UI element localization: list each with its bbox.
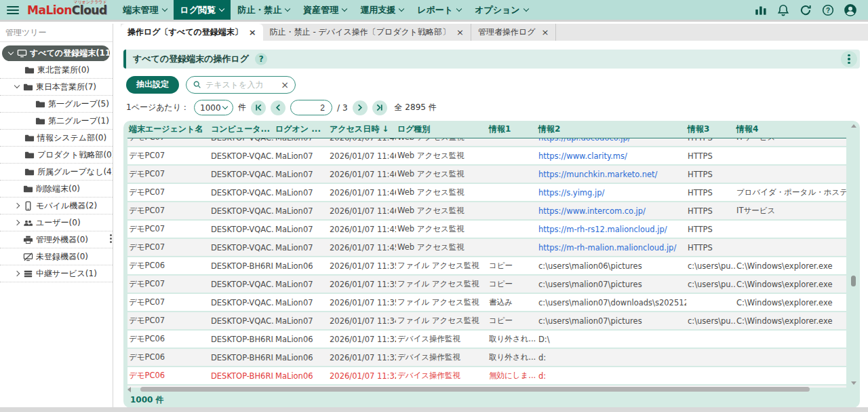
column-header[interactable]: 情報3	[686, 124, 735, 135]
first-page-button[interactable]	[251, 100, 266, 115]
nav-item[interactable]: 防止・禁止	[231, 0, 296, 20]
scroll-down-icon[interactable]	[851, 381, 856, 385]
tab[interactable]: 管理者操作ログ×	[471, 24, 556, 41]
chevron-down-icon[interactable]	[6, 52, 16, 56]
close-icon[interactable]: ×	[456, 28, 464, 37]
tree-item[interactable]: 東北営業所(0)	[0, 62, 113, 79]
close-icon[interactable]: ×	[542, 28, 549, 37]
stats-button[interactable]	[753, 2, 769, 18]
panel-menu-button[interactable]	[841, 51, 857, 67]
log-link[interactable]: https://m-rh-rs12.malioncloud.jp/	[537, 225, 686, 234]
cell-info2: c:\users\malion07\pictures	[537, 280, 686, 289]
column-header[interactable]: ログオン ...	[274, 124, 328, 135]
next-page-button[interactable]	[353, 100, 368, 115]
column-header[interactable]: 情報4	[735, 124, 846, 135]
chevron-right-icon[interactable]	[12, 221, 22, 225]
column-header[interactable]: 情報1	[488, 124, 537, 135]
tree-item[interactable]: ユーザー(0)	[0, 214, 113, 231]
tab[interactable]: 防止・禁止 - デバイス操作〔プロダクト戦略部〕×	[263, 24, 471, 41]
per-page-label: 1ページあたり：	[126, 102, 189, 113]
tree-item[interactable]: 第一グループ(5)	[0, 96, 113, 113]
nav-item[interactable]: ログ閲覧	[174, 0, 231, 20]
table-row[interactable]: デモPC06DESKTOP-BH6RI...MaLion062026/01/07…	[127, 349, 846, 367]
table-row[interactable]: デモPC07DESKTOP-VQAC...MaLion072026/01/07 …	[127, 166, 846, 184]
chevron-right-icon[interactable]	[12, 271, 22, 276]
refresh-button[interactable]	[797, 2, 814, 18]
chevron-down-icon[interactable]	[12, 85, 22, 89]
chevron-right-icon[interactable]	[12, 204, 22, 208]
tree-item[interactable]: すべての登録端末(11)	[2, 45, 110, 61]
tree-item[interactable]: 削除端末(0)	[0, 181, 113, 198]
tree-item[interactable]: 東日本営業所(7)	[0, 79, 113, 96]
log-link[interactable]: https://www.intercom.co.jp/	[537, 206, 686, 216]
last-page-button[interactable]	[372, 100, 387, 115]
users-icon	[23, 218, 33, 228]
horizontal-scrollbar-thumb[interactable]	[140, 387, 809, 392]
table-row[interactable]: デモPC06DESKTOP-BH6RI...MaLion062026/01/07…	[127, 331, 846, 349]
table-row[interactable]: デモPC06DESKTOP-BH6RI...MaLion062026/01/07…	[127, 257, 846, 276]
log-link[interactable]: https://www.clarity.ms/	[537, 151, 686, 161]
table-row[interactable]: デモPC07DESKTOP-VQAC...MaLion072026/01/07 …	[127, 202, 846, 221]
cell-logon: MaLion06	[274, 371, 328, 381]
tree-item[interactable]: 中継サービス(1)	[0, 265, 113, 282]
tree-item[interactable]: 情報システム部(0)	[0, 130, 113, 147]
column-header[interactable]: 情報2	[537, 124, 686, 135]
column-label: コンピュータ...	[211, 124, 270, 134]
tree-item[interactable]: プロダクト戦略部(0)	[0, 147, 113, 164]
column-header[interactable]: 端末エージェント名	[127, 124, 210, 135]
tab[interactable]: 操作ログ〔すべての登録端末〕×	[121, 24, 263, 41]
scroll-left-icon[interactable]	[127, 387, 131, 392]
hamburger-menu-icon[interactable]	[7, 6, 19, 14]
table-row[interactable]: デモPC07DESKTOP-VQAC...MaLion072026/01/07 …	[127, 221, 846, 239]
tree-item[interactable]: モバイル機器(2)	[0, 198, 113, 214]
nav-item[interactable]: レポート	[410, 0, 468, 20]
table-row[interactable]: デモPC07DESKTOP-VQAC...MaLion072026/01/07 …	[127, 184, 846, 202]
help-icon[interactable]: ?	[255, 53, 267, 65]
tree-item[interactable]: 第二グループ(1)	[0, 113, 113, 130]
kebab-icon[interactable]	[110, 234, 112, 243]
horizontal-scrollbar[interactable]	[127, 386, 845, 392]
cell-computer: DESKTOP-VQAC...	[210, 206, 274, 216]
vertical-scrollbar-thumb[interactable]	[851, 276, 856, 286]
table-row[interactable]: デモPC07DESKTOP-VQAC...MaLion072026/01/07 …	[127, 294, 846, 312]
prev-page-button[interactable]	[271, 100, 285, 115]
log-link[interactable]: https://munchkin.marketo.net/	[537, 170, 686, 179]
tree-item[interactable]: 所属グループなし(4)	[0, 164, 113, 181]
tree-item[interactable]: 管理外機器(0)	[0, 231, 113, 248]
vertical-scrollbar[interactable]	[849, 123, 858, 386]
nav-item[interactable]: オプション	[468, 0, 535, 20]
close-icon[interactable]: ×	[249, 28, 256, 37]
page-title: すべての登録端末の操作ログ	[133, 53, 249, 65]
help-button[interactable]: ?	[820, 2, 836, 18]
log-link[interactable]: https://m-rh-malion.malioncloud.jp/	[537, 243, 686, 252]
table-row[interactable]: デモPC07DESKTOP-VQAC...MaLion072026/01/07 …	[127, 239, 846, 257]
bell-button[interactable]	[775, 2, 791, 18]
extract-settings-button[interactable]: 抽出設定	[126, 76, 179, 94]
log-link[interactable]: https://s.yimg.jp/	[537, 188, 686, 198]
cell-agent: デモPC07	[127, 206, 210, 216]
search-input[interactable]	[205, 80, 277, 90]
account-button[interactable]	[842, 2, 859, 18]
table-row[interactable]: デモPC07DESKTOP-VQAC...MaLion072026/01/07 …	[127, 147, 846, 166]
column-header[interactable]: ログ種別	[396, 124, 488, 135]
column-header[interactable]: コンピュータ...	[210, 124, 274, 135]
cell-info3: HTTPS	[686, 138, 735, 143]
page-number-input[interactable]	[298, 103, 325, 113]
nav-item[interactable]: 運用支援	[353, 0, 410, 20]
nav-item[interactable]: 資産管理	[296, 0, 353, 20]
column-header[interactable]: アクセス日時↓	[328, 124, 396, 135]
nav-item[interactable]: 端末管理	[117, 0, 174, 20]
chevron-down-icon	[161, 5, 167, 11]
per-page-select[interactable]: 1000	[194, 100, 233, 115]
table-row[interactable]: デモPC07DESKTOP-VQAC...MaLion072026/01/07 …	[127, 312, 846, 331]
log-table-panel: 端末エージェント名コンピュータ...ログオン ...アクセス日時↓ログ種別情報1…	[123, 121, 860, 408]
tree-item[interactable]: 未登録機器(0)	[0, 248, 113, 265]
cell-computer: DESKTOP-BH6RI...	[210, 335, 274, 344]
scroll-up-icon[interactable]	[851, 124, 856, 128]
table-row[interactable]: デモPC06DESKTOP-BH6RI...MaLion062026/01/07…	[127, 367, 846, 386]
table-row[interactable]: デモPC07DESKTOP-VQAC...MaLion072026/01/07 …	[127, 276, 846, 294]
clear-search-icon[interactable]: ×	[281, 80, 289, 90]
log-link[interactable]: https://api.docodoco.jp/	[537, 138, 686, 143]
table-row[interactable]: デモPC07DESKTOP-VQAC...MaLion072026/01/07 …	[127, 138, 846, 147]
cell-agent: デモPC06	[127, 352, 210, 362]
